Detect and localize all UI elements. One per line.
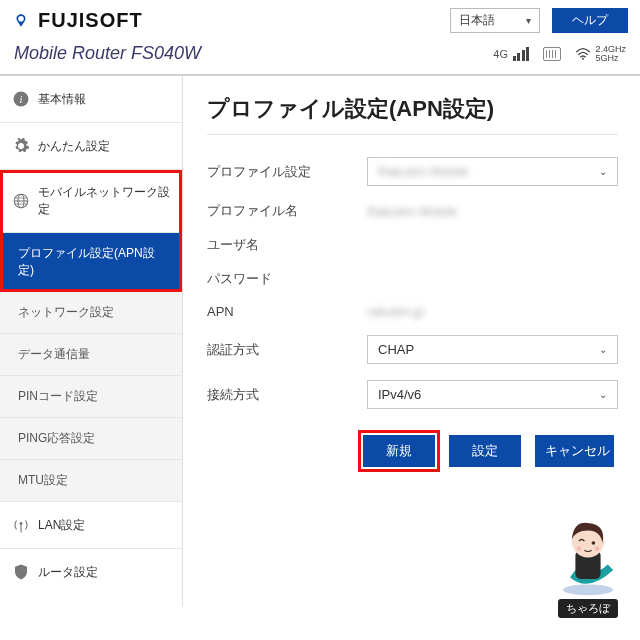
sidebar-sub-data-usage[interactable]: データ通信量 [0, 334, 182, 376]
svg-point-16 [595, 546, 600, 551]
sidebar-sub-ping[interactable]: PING応答設定 [0, 418, 182, 460]
sidebar-item-easy-settings[interactable]: かんたん設定 [0, 123, 182, 170]
svg-point-9 [20, 522, 23, 525]
logo-icon [12, 12, 30, 30]
chevron-down-icon: ⌄ [599, 389, 607, 400]
sidebar-item-router-settings[interactable]: ルータ設定 [0, 549, 182, 595]
cancel-button[interactable]: キャンセル [535, 435, 614, 467]
signal-icon: 4G [493, 47, 529, 61]
sidebar-sub-network[interactable]: ネットワーク設定 [0, 292, 182, 334]
label-apn: APN [207, 304, 367, 319]
globe-icon [12, 192, 30, 210]
profile-select[interactable]: Rakuten Mobile ⌄ [367, 157, 618, 186]
sidebar-sub-mtu[interactable]: MTU設定 [0, 460, 182, 502]
label-profile-select: プロファイル設定 [207, 163, 367, 181]
sidebar-item-label: 基本情報 [38, 91, 86, 108]
wifi-icon: 2.4GHz 5GHz [575, 45, 626, 63]
label-user: ユーザ名 [207, 236, 367, 254]
svg-point-11 [563, 584, 613, 595]
auth-select[interactable]: CHAP ⌄ [367, 335, 618, 364]
svg-point-15 [577, 546, 582, 551]
chevron-down-icon: ⌄ [599, 166, 607, 177]
sidebar-item-basic-info[interactable]: i 基本情報 [0, 76, 182, 123]
sidebar-item-label: モバイルネットワーク設定 [38, 184, 170, 218]
gear-icon [12, 137, 30, 155]
brand-name: FUJISOFT [38, 9, 143, 32]
info-icon: i [12, 90, 30, 108]
avatar-name: ちゃろぼ [558, 599, 618, 618]
antenna-icon [12, 516, 30, 534]
sidebar-item-lan-settings[interactable]: LAN設定 [0, 502, 182, 549]
conn-select[interactable]: IPv4/v6 ⌄ [367, 380, 618, 409]
sidebar-item-label: ルータ設定 [38, 564, 98, 581]
apn-value: rakuten.jp [367, 304, 618, 319]
sim-icon [543, 47, 561, 61]
help-button[interactable]: ヘルプ [552, 8, 628, 33]
sidebar-sub-pin-code[interactable]: PINコード設定 [0, 376, 182, 418]
set-button[interactable]: 設定 [449, 435, 521, 467]
model-name: Mobile Router FS040W [14, 43, 201, 64]
chevron-down-icon: ⌄ [599, 344, 607, 355]
svg-point-1 [582, 57, 584, 59]
svg-point-14 [592, 541, 596, 545]
avatar: ちゃろぼ [542, 507, 634, 618]
label-conn: 接続方式 [207, 386, 367, 404]
sidebar: i 基本情報 かんたん設定 モバイルネットワーク設定 プロファイル設定(APN設… [0, 76, 183, 606]
label-password: パスワード [207, 270, 367, 288]
profile-name-value: Rakuten Mobile [367, 204, 618, 219]
new-button[interactable]: 新規 [363, 435, 435, 467]
sidebar-sub-profile-apn[interactable]: プロファイル設定(APN設定) [0, 233, 182, 292]
svg-text:i: i [20, 94, 23, 105]
status-icons: 4G 2.4GHz 5GHz [493, 45, 626, 63]
language-label: 日本語 [459, 12, 495, 29]
label-auth: 認証方式 [207, 341, 367, 359]
sidebar-item-label: LAN設定 [38, 517, 85, 534]
shield-icon [12, 563, 30, 581]
sidebar-item-label: かんたん設定 [38, 138, 110, 155]
language-select[interactable]: 日本語 ▾ [450, 8, 540, 33]
chevron-down-icon: ▾ [526, 15, 531, 26]
page-title: プロファイル設定(APN設定) [207, 94, 618, 135]
sidebar-item-mobile-network[interactable]: モバイルネットワーク設定 [0, 170, 182, 233]
label-profile-name: プロファイル名 [207, 202, 367, 220]
svg-point-0 [19, 17, 22, 20]
sidebar-sub-label: プロファイル設定(APN設定) [18, 245, 170, 279]
